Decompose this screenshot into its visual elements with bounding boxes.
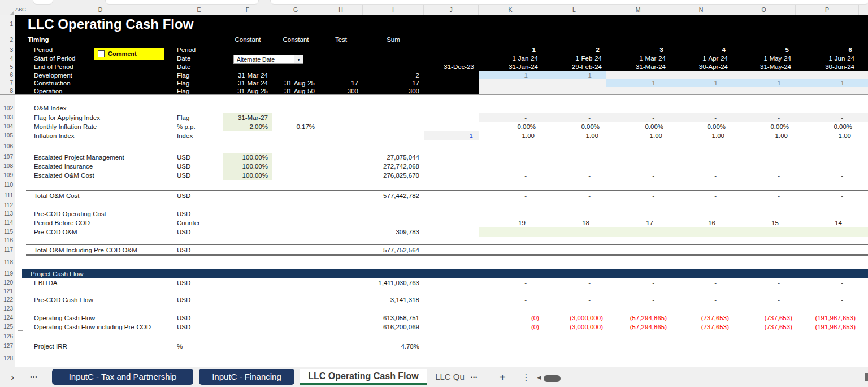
cell-L124[interactable]: (3,000,000) — [542, 313, 606, 322]
row-number-112[interactable]: 112 — [0, 201, 13, 209]
cell-K5[interactable]: 31-Jan-24 — [479, 63, 542, 71]
cell-E5[interactable]: Date — [175, 63, 223, 71]
cell-L117[interactable]: - — [542, 244, 606, 256]
cell-N104[interactable]: 0.00% — [670, 122, 732, 131]
cell-M105[interactable]: 1.00 — [606, 131, 670, 140]
cell-K124[interactable]: (0) — [479, 313, 542, 322]
cell-O3[interactable]: 5 — [732, 46, 796, 54]
cell-O6[interactable]: - — [732, 71, 796, 79]
row-number-116[interactable]: 116 — [0, 236, 13, 244]
cell-O7[interactable]: 1 — [732, 79, 796, 87]
cell-F108[interactable]: 100.00% — [223, 162, 272, 171]
cell-I120[interactable]: 1,411,030,763 — [363, 278, 424, 287]
cell-N103[interactable]: - — [670, 113, 732, 122]
cell-D109[interactable]: Escalated O&M Cost — [26, 171, 175, 180]
cell-I124[interactable]: 613,058,751 — [363, 313, 424, 322]
row-number-126[interactable]: 126 — [0, 332, 13, 342]
tab-overflow-dots-icon[interactable]: ••• — [467, 367, 481, 387]
cell-L108[interactable]: - — [542, 162, 606, 171]
cell-M111[interactable]: - — [606, 190, 670, 201]
cell-N109[interactable]: - — [670, 171, 732, 180]
cell-L5[interactable]: 29-Feb-24 — [542, 63, 606, 71]
row-number-103[interactable]: 103 — [0, 113, 13, 122]
cell-D111[interactable]: Total O&M Cost — [26, 190, 175, 201]
cell-I108[interactable]: 272,742,068 — [363, 162, 424, 171]
cell-I6[interactable]: 2 — [363, 71, 424, 79]
cell-P120[interactable]: - — [796, 278, 859, 287]
cell-O117[interactable]: - — [732, 244, 796, 256]
cell-M7[interactable]: 1 — [606, 79, 670, 87]
cell-K103[interactable]: - — [479, 113, 542, 122]
cell-P105[interactable]: 1.00 — [796, 131, 859, 140]
cell-E103[interactable]: Flag — [175, 113, 223, 122]
tab-inputc-financing[interactable]: InputC - Financing — [199, 369, 294, 385]
cell-N8[interactable]: - — [670, 87, 732, 95]
tab-inputc-tax-and-partnership[interactable]: InputC - Tax and Partnership — [52, 369, 193, 385]
row-number-6[interactable]: 6 — [0, 71, 13, 79]
cell-M120[interactable]: - — [606, 278, 670, 287]
sheet-nav-chevron-icon[interactable]: › — [6, 367, 19, 387]
cell-K104[interactable]: 0.00% — [479, 122, 542, 131]
cell-O104[interactable]: 0.00% — [732, 122, 796, 131]
sheet-menu-kebab-icon[interactable]: ⋮ — [521, 367, 531, 387]
cell-L125[interactable]: (3,000,000) — [542, 322, 606, 332]
cell-K114[interactable]: 19 — [479, 218, 542, 227]
cell-O124[interactable]: (737,653) — [732, 313, 796, 322]
cell-H7[interactable]: 17 — [319, 79, 363, 87]
cell-M5[interactable]: 31-Mar-24 — [606, 63, 670, 71]
cell-P7[interactable]: 1 — [796, 79, 859, 87]
cell-M109[interactable]: - — [606, 171, 670, 180]
row-number-107[interactable]: 107 — [0, 153, 13, 162]
cell-J105[interactable]: 1 — [424, 131, 479, 140]
cell-P108[interactable]: - — [796, 162, 859, 171]
cell-P124[interactable]: (191,987,653) — [796, 313, 859, 322]
cell-N6[interactable]: - — [670, 71, 732, 79]
cell-M114[interactable]: 17 — [606, 218, 670, 227]
cell-L104[interactable]: 0.00% — [542, 122, 606, 131]
row-number-111[interactable]: 111 — [0, 190, 13, 201]
cell-I115[interactable]: 309,783 — [363, 227, 424, 236]
column-header-K[interactable]: K — [479, 5, 542, 15]
cell-K4[interactable]: 1-Jan-24 — [479, 54, 542, 63]
column-header-F[interactable]: F — [223, 5, 272, 15]
cell-M108[interactable]: - — [606, 162, 670, 171]
cell-M6[interactable]: - — [606, 71, 670, 79]
cell-L115[interactable]: - — [542, 227, 606, 236]
cell-E113[interactable]: USD — [175, 209, 223, 218]
date-mode-dropdown[interactable]: Alternate Date ▼ — [233, 55, 303, 64]
cell-E6[interactable]: Flag — [175, 71, 223, 79]
cell-E105[interactable]: Index — [175, 131, 223, 140]
cell-D2[interactable]: Timing — [26, 34, 175, 46]
cell-M125[interactable]: (57,294,865) — [606, 322, 670, 332]
cell-P111[interactable]: - — [796, 190, 859, 201]
cell-D108[interactable]: Escalated Insurance — [26, 162, 175, 171]
cell-O122[interactable]: - — [732, 295, 796, 304]
sheet-list-dots-icon[interactable]: ••• — [25, 367, 43, 387]
cell-E120[interactable]: USD — [175, 278, 223, 287]
cell-O8[interactable]: - — [732, 87, 796, 95]
cell-O115[interactable]: - — [732, 227, 796, 236]
cell-F7[interactable]: 31-Mar-24 — [223, 79, 272, 87]
cell-D5[interactable]: End of Period — [26, 63, 175, 71]
cell-O114[interactable]: 15 — [732, 218, 796, 227]
cell-K117[interactable]: - — [479, 244, 542, 256]
cell-L109[interactable]: - — [542, 171, 606, 180]
cell-O4[interactable]: 1-May-24 — [732, 54, 796, 63]
cell-M103[interactable]: - — [606, 113, 670, 122]
column-header-D[interactable]: D — [26, 5, 175, 15]
row-number-119[interactable]: 119 — [0, 269, 13, 278]
row-number-4[interactable]: 4 — [0, 54, 13, 63]
row-number-106[interactable]: 106 — [0, 140, 13, 153]
column-header-J[interactable]: J — [424, 5, 479, 15]
cell-N125[interactable]: (737,653) — [670, 322, 732, 332]
cell-E7[interactable]: Flag — [175, 79, 223, 87]
row-number-5[interactable]: 5 — [0, 63, 13, 71]
row-number-110[interactable]: 110 — [0, 180, 13, 190]
cell-I111[interactable]: 577,442,782 — [363, 190, 424, 201]
cell-E122[interactable]: USD — [175, 295, 223, 304]
cell-L122[interactable]: - — [542, 295, 606, 304]
cell-M124[interactable]: (57,294,865) — [606, 313, 670, 322]
cell-P117[interactable]: - — [796, 244, 859, 256]
cell-E115[interactable]: USD — [175, 227, 223, 236]
row-number-127[interactable]: 127 — [0, 342, 13, 351]
